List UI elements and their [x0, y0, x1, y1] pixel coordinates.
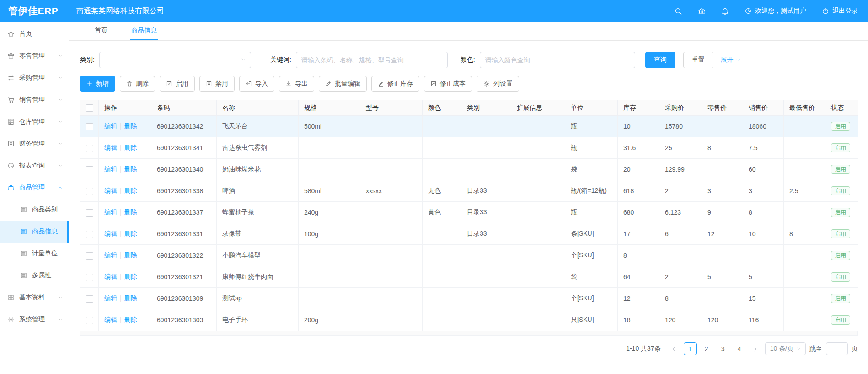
sidebar-item-basic-data[interactable]: 基本资料	[0, 287, 69, 309]
cell-unit: 瓶	[565, 202, 618, 223]
bell-icon[interactable]	[721, 7, 729, 15]
welcome-user[interactable]: 欢迎您，测试用户	[745, 7, 806, 15]
row-checkbox[interactable]	[86, 317, 93, 324]
edit-link[interactable]: 编辑	[104, 273, 117, 280]
table-row: 编辑|删除6901236301322小鹏汽车模型个[SKU]8启用	[80, 245, 858, 266]
edit-link[interactable]: 编辑	[104, 251, 117, 259]
table-scroll-strip[interactable]	[80, 331, 858, 336]
sidebar-subitem-measure-unit[interactable]: 计量单位	[0, 243, 69, 265]
page-number-1[interactable]: 1	[684, 342, 697, 355]
sidebar-item-warehouse[interactable]: 仓库管理	[0, 111, 69, 133]
reset-button[interactable]: 重置	[683, 52, 713, 68]
delete-link[interactable]: 删除	[124, 187, 137, 194]
delete-link[interactable]: 删除	[124, 208, 137, 216]
delete-link[interactable]: 删除	[124, 144, 137, 151]
tab-product-info[interactable]: 商品信息	[130, 22, 158, 40]
row-checkbox[interactable]	[86, 231, 93, 238]
sidebar-item-finance[interactable]: 财务管理	[0, 133, 69, 155]
sidebar-item-home[interactable]: 首页	[0, 23, 69, 45]
sidebar-item-retail[interactable]: 零售管理	[0, 45, 69, 67]
cell-status: 启用	[825, 288, 858, 309]
edit-link[interactable]: 编辑	[104, 208, 117, 216]
import-button[interactable]: 导入	[239, 76, 274, 92]
cell-retail-price: 9	[702, 202, 743, 223]
row-checkbox[interactable]	[86, 209, 93, 217]
cell-stock: 64	[618, 266, 659, 288]
row-checkbox[interactable]	[86, 274, 93, 281]
sidebar-subitem-product-category[interactable]: 商品类别	[0, 199, 69, 221]
chevron-down-icon	[796, 346, 802, 352]
cell-purchase-price: 8	[659, 288, 702, 309]
color-input[interactable]	[480, 52, 635, 68]
enable-button[interactable]: 启用	[160, 76, 195, 92]
tab-home[interactable]: 首页	[94, 22, 108, 40]
expand-link[interactable]: 展开	[721, 56, 741, 64]
cell-barcode: 6901236301340	[151, 159, 217, 180]
row-checkbox[interactable]	[86, 123, 93, 130]
cell-purchase-price: 2	[659, 180, 702, 202]
keyword-input[interactable]	[296, 52, 448, 68]
app-logo[interactable]: 管伊佳ERP	[0, 5, 69, 17]
edit-link[interactable]: 编辑	[104, 187, 117, 194]
next-page-button[interactable]	[750, 342, 761, 355]
sidebar-item-purchase[interactable]: 采购管理	[0, 67, 69, 89]
cell-status: 启用	[825, 180, 858, 202]
add-button[interactable]: 新增	[80, 76, 115, 92]
cell-name: 雷达杀虫气雾剂	[217, 137, 299, 159]
delete-link[interactable]: 删除	[124, 165, 137, 173]
export-button[interactable]: 导出	[279, 76, 314, 92]
column-header: 零售价	[702, 100, 743, 116]
delete-link[interactable]: 删除	[124, 251, 137, 259]
row-checkbox[interactable]	[86, 145, 93, 152]
delete-link[interactable]: 删除	[124, 122, 137, 130]
jump-page-input[interactable]	[826, 342, 848, 355]
sidebar-subitem-multi-attribute[interactable]: 多属性	[0, 265, 69, 287]
edit-link[interactable]: 编辑	[104, 165, 117, 173]
cell-name: 奶油味爆米花	[217, 159, 299, 180]
fix-stock-button[interactable]: 修正库存	[371, 76, 419, 92]
row-checkbox[interactable]	[86, 166, 93, 173]
fix-cost-button[interactable]: 修正成本	[424, 76, 472, 92]
sidebar-item-products[interactable]: 商品管理	[0, 177, 69, 199]
page-number-2[interactable]: 2	[700, 342, 713, 355]
edit-link[interactable]: 编辑	[104, 316, 117, 323]
topbar-actions: 欢迎您，测试用户 退出登录	[675, 7, 868, 15]
disable-button[interactable]: 禁用	[199, 76, 235, 92]
batch-edit-button[interactable]: 批量编辑	[319, 76, 367, 92]
delete-link[interactable]: 删除	[124, 273, 137, 280]
edit-link[interactable]: 编辑	[104, 294, 117, 302]
search-button[interactable]: 查询	[645, 52, 675, 68]
delete-link[interactable]: 删除	[124, 316, 137, 323]
edit-link[interactable]: 编辑	[104, 144, 117, 151]
table-row: 编辑|删除6901236301338啤酒580mlxxsxx无色目录33瓶/(箱…	[80, 180, 858, 202]
chevron-right-icon	[752, 346, 758, 352]
row-checkbox[interactable]	[86, 295, 93, 303]
cell-name: 康师傅红烧牛肉面	[217, 266, 299, 288]
column-settings-button[interactable]: 列设置	[477, 76, 519, 92]
cell-model	[360, 202, 423, 223]
bank-icon[interactable]	[698, 7, 706, 15]
edit-link[interactable]: 编辑	[104, 230, 117, 237]
row-checkbox[interactable]	[86, 188, 93, 195]
search-icon[interactable]	[675, 7, 682, 15]
row-checkbox[interactable]	[86, 252, 93, 260]
delete-link[interactable]: 删除	[124, 230, 137, 237]
edit-link[interactable]: 编辑	[104, 122, 117, 130]
sidebar-item-reports[interactable]: 报表查询	[0, 155, 69, 177]
sidebar-item-label: 商品管理	[19, 184, 45, 192]
cell-status: 启用	[825, 137, 858, 159]
category-select[interactable]	[99, 52, 251, 68]
page-number-3[interactable]: 3	[717, 342, 729, 355]
status-badge: 启用	[831, 165, 850, 174]
page-number-4[interactable]: 4	[733, 342, 746, 355]
sidebar-item-system[interactable]: 系统管理	[0, 309, 69, 331]
page-size-select[interactable]: 10 条/页	[765, 342, 806, 355]
sidebar-item-sales[interactable]: 销售管理	[0, 89, 69, 111]
logout-button[interactable]: 退出登录	[822, 7, 858, 15]
select-all-checkbox[interactable]	[86, 104, 93, 112]
cell-model	[360, 288, 423, 309]
delete-link[interactable]: 删除	[124, 294, 137, 302]
delete-button[interactable]: 删除	[120, 76, 155, 92]
sidebar-subitem-product-info[interactable]: 商品信息	[0, 221, 69, 243]
prev-page-button[interactable]	[668, 342, 680, 355]
